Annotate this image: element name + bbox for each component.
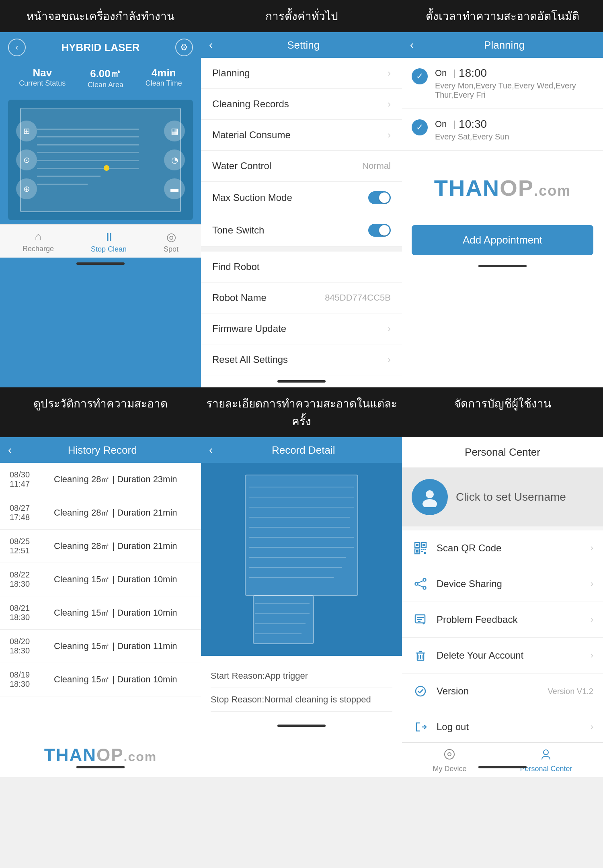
map-icon-btn[interactable]: ⊞ [16, 121, 37, 141]
settings-title: Setting [213, 39, 394, 51]
schedule-1-info: On | 18:00 Every Mon,Every Tue,Every Wed… [435, 67, 593, 100]
header-record-detail: รายละเอียดการทำความสะอาดในแต่ละครั้ง [201, 387, 402, 437]
thanop-logo: THANOP.com [434, 175, 571, 201]
history-title: History Record [12, 444, 193, 457]
personal-center-nav-icon [540, 748, 552, 763]
svg-rect-26 [425, 549, 426, 550]
settings-section-bottom: Find Robot Robot Name 845DD774CC5B Firmw… [201, 252, 402, 375]
schedule-item-2[interactable]: ✓ On | 10:30 Every Sat,Every Sun [402, 109, 603, 151]
max-suction-toggle[interactable] [368, 191, 391, 204]
settings-item-material[interactable]: Material Consume › [201, 120, 402, 151]
planning-header: ‹ Planning [402, 32, 603, 58]
settings-back-button[interactable]: ‹ [209, 39, 213, 51]
spot-icon: ◎ [166, 230, 176, 244]
svg-rect-23 [416, 550, 418, 553]
tone-switch-toggle[interactable] [368, 224, 391, 237]
delete-icon [412, 647, 429, 664]
app-grid: หน้าจอขณะเครื่องกำลังทำงาน การตั้งค่าทั่… [0, 0, 603, 777]
settings-item-cleaning-records[interactable]: Cleaning Records › [201, 89, 402, 120]
back-button[interactable]: ‹ [8, 39, 26, 56]
panel-history: ‹ History Record 08/30 11:47 Cleaning 28… [0, 437, 201, 777]
username-label: Click to set Username [456, 491, 566, 504]
left-controls: ⊞ ⊙ ⊕ [16, 121, 37, 199]
record-detail-info: Start Reason:App trigger Stop Reason:Nor… [201, 656, 402, 720]
settings-button[interactable]: ⚙ [175, 39, 193, 56]
profile-section[interactable]: Click to set Username [402, 468, 603, 526]
map-lines [37, 121, 164, 199]
svg-point-29 [415, 583, 418, 585]
stop-reason: Stop Reason:Normal cleaning is stopped [211, 688, 392, 712]
clock-icon-btn[interactable]: ◔ [164, 149, 185, 170]
record-detail-back-button[interactable]: ‹ [209, 444, 213, 457]
menu-item-device-sharing[interactable]: Device Sharing › [402, 566, 603, 602]
planning-title: Planning [414, 39, 595, 51]
settings-item-planning[interactable]: Planning › [201, 58, 402, 89]
schedule-1-check: ✓ [412, 68, 428, 84]
panel-settings: ‹ Setting Planning › Cleaning Records › … [201, 32, 402, 387]
nav-stop-clean[interactable]: ⏸ Stop Clean [91, 230, 127, 254]
schedule-item-1[interactable]: ✓ On | 18:00 Every Mon,Every Tue,Every W… [402, 58, 603, 109]
history-back-button[interactable]: ‹ [8, 444, 12, 457]
delete-account-arrow-icon: › [591, 650, 593, 661]
planning-back-button[interactable]: ‹ [410, 39, 414, 51]
add-appointment-button[interactable]: Add Appointment [412, 225, 593, 255]
scan-icon-btn[interactable]: ⊙ [16, 149, 37, 170]
scan-qr-arrow-icon: › [591, 543, 593, 553]
panel-record-detail: ‹ Record Detail [201, 437, 402, 777]
stat-area: 6.00㎡ Clean Area [88, 67, 123, 89]
svg-point-17 [423, 499, 437, 507]
personal-menu: Scan QR Code › [402, 530, 603, 745]
menu-item-problem-feedback[interactable]: Problem Feedback › [402, 602, 603, 638]
header-history: ดูประวัติการทำความสะอาด [0, 387, 201, 437]
home-bar-5 [277, 725, 326, 727]
history-record-4[interactable]: 08/21 18:30 Cleaning 15㎡ | Duration 10mi… [0, 596, 201, 630]
nav-recharge[interactable]: ⌂ Recharge [23, 230, 54, 254]
settings-item-tone-switch[interactable]: Tone Switch [201, 214, 402, 247]
robot-position-dot [104, 165, 109, 171]
planning-arrow-icon: › [388, 68, 391, 79]
grid-icon-btn[interactable]: ▦ [164, 121, 185, 141]
home-bar-2 [277, 380, 326, 383]
personal-center-header: Personal Center [402, 437, 603, 468]
record-detail-header: ‹ Record Detail [201, 437, 402, 463]
nav-my-device[interactable]: My Device [433, 748, 466, 773]
home-bar-6 [478, 766, 527, 768]
menu-item-delete-account[interactable]: Delete Your Account › [402, 638, 603, 674]
svg-line-33 [418, 585, 423, 587]
menu-item-logout[interactable]: Log out › [402, 709, 603, 745]
settings-item-robot-name[interactable]: Robot Name 845DD774CC5B [201, 283, 402, 313]
settings-divider [201, 247, 402, 252]
settings-header: ‹ Setting [201, 32, 402, 58]
settings-item-max-suction[interactable]: Max Suction Mode [201, 182, 402, 214]
nav-spot[interactable]: ◎ Spot [164, 230, 178, 254]
stat-time: 4min Clean Time [146, 67, 182, 89]
svg-rect-27 [421, 551, 423, 552]
history-record-2[interactable]: 08/25 12:51 Cleaning 28㎡ | Duration 21mi… [0, 530, 201, 563]
history-record-0[interactable]: 08/30 11:47 Cleaning 28㎡ | Duration 23mi… [0, 463, 201, 496]
my-device-nav-icon [443, 748, 455, 763]
history-record-5[interactable]: 08/20 18:30 Cleaning 15㎡ | Duration 11mi… [0, 630, 201, 663]
history-record-3[interactable]: 08/22 18:30 Cleaning 15㎡ | Duration 10mi… [0, 563, 201, 596]
settings-icon-btn[interactable]: ⊕ [16, 178, 37, 199]
history-record-6[interactable]: 08/19 18:30 Cleaning 15㎡ | Duration 10mi… [0, 663, 201, 696]
settings-item-find-robot[interactable]: Find Robot [201, 252, 402, 283]
menu-item-scan-qr[interactable]: Scan QR Code › [402, 530, 603, 566]
svg-point-16 [426, 490, 434, 498]
device-stats: Nav Current Status 6.00㎡ Clean Area 4min… [0, 63, 201, 96]
header-settings: การตั้งค่าทั่วไป [201, 0, 402, 32]
svg-point-46 [445, 749, 454, 759]
nav-personal-center[interactable]: Personal Center [520, 748, 572, 773]
settings-item-firmware[interactable]: Firmware Update › [201, 313, 402, 344]
device-bottom-nav: ⌂ Recharge ⏸ Stop Clean ◎ Spot [0, 224, 201, 258]
settings-item-water-control[interactable]: Water Control Normal [201, 151, 402, 182]
settings-item-reset[interactable]: Reset All Settings › [201, 344, 402, 375]
svg-rect-24 [421, 549, 423, 550]
history-record-1[interactable]: 08/27 17:48 Cleaning 28㎡ | Duration 21mi… [0, 496, 201, 530]
device-sharing-arrow-icon: › [591, 579, 593, 589]
feedback-arrow-icon: › [591, 614, 593, 625]
battery-icon-btn[interactable]: ▬ [164, 178, 185, 199]
record-detail-map [201, 463, 402, 656]
panel-device-status: ‹ HYBRID LASER ⚙ Nav Current Status 6.00… [0, 32, 201, 387]
svg-point-30 [423, 579, 426, 581]
logout-icon [412, 718, 429, 736]
